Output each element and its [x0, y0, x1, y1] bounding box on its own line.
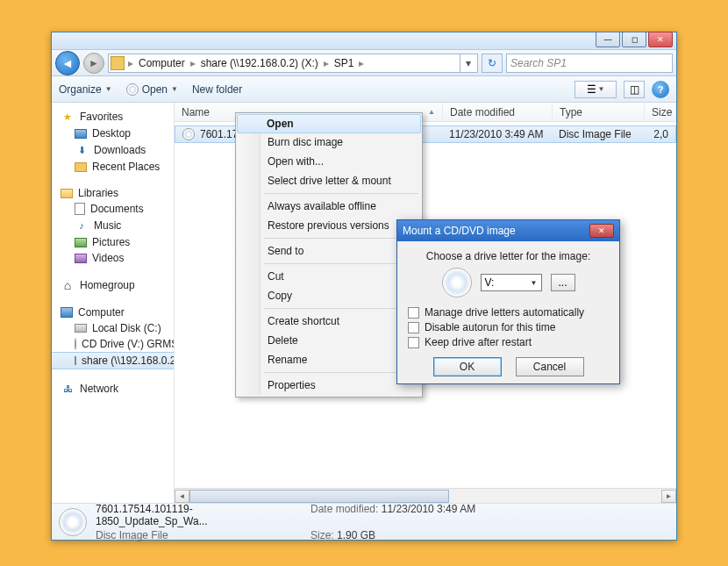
- column-size[interactable]: Size: [645, 103, 676, 121]
- disc-icon: [126, 83, 139, 96]
- browse-button[interactable]: ...: [551, 274, 575, 291]
- organize-menu[interactable]: Organize ▼: [59, 83, 112, 96]
- checkbox-disable-autorun[interactable]: Disable autorun for this time: [408, 321, 609, 333]
- help-button[interactable]: ?: [652, 81, 669, 98]
- new-folder-button[interactable]: New folder: [192, 83, 242, 96]
- disc-image-icon: [59, 508, 87, 536]
- star-icon: ★: [61, 110, 75, 124]
- checkbox-icon: [408, 307, 419, 319]
- breadcrumb-item[interactable]: SP1: [331, 54, 358, 72]
- details-pane: 7601.17514.101119-1850_Update_Sp_Wa... D…: [52, 503, 676, 540]
- drive-icon: [75, 324, 87, 333]
- computer-icon: [61, 307, 73, 318]
- sidebar-item-share[interactable]: share (\\192.168.0.2): [52, 352, 174, 369]
- favorites-header[interactable]: ★Favorites: [52, 108, 174, 125]
- context-menu-item[interactable]: Burn disc image: [238, 133, 420, 152]
- context-menu-separator: [264, 372, 418, 373]
- close-button[interactable]: ✕: [648, 32, 673, 47]
- column-date[interactable]: Date modified: [443, 103, 553, 121]
- context-menu-item[interactable]: Create shortcut: [238, 312, 420, 331]
- folder-icon: [111, 56, 125, 70]
- context-menu-separator: [264, 308, 418, 309]
- context-menu-item[interactable]: Delete: [238, 331, 420, 350]
- cancel-button[interactable]: Cancel: [516, 357, 584, 376]
- context-menu-item[interactable]: Open with...: [238, 152, 420, 171]
- sidebar-item-localdisk[interactable]: Local Disk (C:): [52, 320, 174, 336]
- file-size: 2,0: [644, 128, 675, 140]
- network-header[interactable]: 🖧Network: [52, 380, 174, 398]
- checkbox-icon: [408, 337, 419, 348]
- breadcrumb-item[interactable]: share (\\192.168.0.2) (X:): [197, 54, 322, 72]
- cd-icon: [442, 268, 472, 297]
- checkbox-manage-auto[interactable]: Manage drive letters automatically: [408, 306, 609, 319]
- context-menu: OpenBurn disc imageOpen with...Select dr…: [235, 112, 423, 398]
- downloads-icon: ⬇: [75, 143, 89, 157]
- pictures-icon: [75, 238, 87, 247]
- folder-icon: [75, 162, 87, 172]
- sidebar-item-music[interactable]: ♪Music: [52, 217, 174, 234]
- dialog-close-button[interactable]: ✕: [589, 224, 614, 238]
- details-filename: 7601.17514.101119-1850_Update_Sp_Wa...: [96, 503, 302, 527]
- sidebar-item-recent[interactable]: Recent Places: [52, 159, 174, 175]
- file-date: 11/23/2010 3:49 AM: [442, 128, 552, 140]
- sidebar-item-desktop[interactable]: Desktop: [52, 125, 174, 141]
- videos-icon: [75, 254, 87, 263]
- details-date: 11/23/2010 3:49 AM: [382, 503, 475, 515]
- window-titlebar[interactable]: — ◻ ✕: [52, 32, 676, 50]
- preview-pane-button[interactable]: ◫: [624, 81, 645, 98]
- drive-letter-select[interactable]: V:▼: [481, 274, 542, 291]
- computer-header[interactable]: Computer: [52, 304, 174, 320]
- homegroup-icon: ⌂: [61, 278, 75, 292]
- maximize-button[interactable]: ◻: [622, 32, 646, 47]
- network-icon: 🖧: [61, 382, 75, 396]
- sidebar-item-downloads[interactable]: ⬇Downloads: [52, 141, 174, 159]
- minimize-button[interactable]: —: [596, 32, 620, 47]
- scroll-thumb[interactable]: [189, 490, 449, 503]
- dialog-prompt: Choose a drive letter for the image:: [408, 250, 609, 262]
- checkbox-icon: [408, 322, 419, 333]
- context-menu-item[interactable]: Cut: [238, 267, 420, 286]
- mount-dialog: Mount a CD/DVD image ✕ Choose a drive le…: [396, 219, 620, 384]
- column-type[interactable]: Type: [553, 103, 645, 121]
- sidebar-item-videos[interactable]: Videos: [52, 250, 174, 266]
- sidebar-item-cddrive[interactable]: CD Drive (V:) GRMSP: [52, 336, 174, 352]
- context-menu-item[interactable]: Rename: [238, 350, 420, 369]
- context-menu-item[interactable]: Open: [237, 114, 421, 133]
- network-drive-icon: [75, 356, 76, 365]
- refresh-button[interactable]: ↻: [482, 54, 503, 73]
- nav-forward-button[interactable]: ►: [83, 53, 104, 74]
- details-type: Disc Image File: [96, 529, 302, 541]
- view-options-button[interactable]: ☰ ▼: [575, 81, 617, 98]
- context-menu-separator: [264, 193, 418, 194]
- scroll-left-button[interactable]: ◄: [175, 490, 189, 503]
- breadcrumb-dropdown[interactable]: ▾: [460, 54, 475, 73]
- context-menu-separator: [264, 263, 418, 264]
- breadcrumb-item[interactable]: Computer: [135, 54, 189, 72]
- document-icon: [75, 203, 85, 215]
- sort-asc-icon: ▲: [428, 108, 435, 116]
- context-menu-item[interactable]: Select drive letter & mount: [238, 171, 420, 190]
- ok-button[interactable]: OK: [433, 357, 502, 376]
- dialog-titlebar[interactable]: Mount a CD/DVD image ✕: [397, 220, 619, 241]
- open-menu[interactable]: Open ▼: [126, 83, 178, 96]
- context-menu-item[interactable]: Always available offline: [238, 197, 420, 216]
- scroll-right-button[interactable]: ►: [661, 490, 676, 503]
- sidebar-item-documents[interactable]: Documents: [52, 201, 174, 217]
- context-menu-item[interactable]: Send to▶: [238, 241, 420, 261]
- desktop-icon: [75, 129, 87, 139]
- toolbar: Organize ▼ Open ▼ New folder ☰ ▼ ◫ ?: [52, 76, 676, 103]
- breadcrumb[interactable]: ▸ Computer ▸ share (\\192.168.0.2) (X:) …: [108, 54, 478, 73]
- libraries-header[interactable]: Libraries: [52, 185, 174, 201]
- details-size: 1.90 GB: [337, 529, 375, 541]
- context-menu-item[interactable]: Restore previous versions: [238, 216, 420, 235]
- context-menu-item[interactable]: Properties: [238, 376, 420, 395]
- sidebar-item-pictures[interactable]: Pictures: [52, 234, 174, 250]
- checkbox-keep-drive[interactable]: Keep drive after restart: [408, 336, 609, 348]
- address-bar: ◄ ► ▸ Computer ▸ share (\\192.168.0.2) (…: [52, 50, 676, 76]
- nav-back-button[interactable]: ◄: [55, 51, 80, 75]
- cd-icon: [75, 338, 76, 350]
- homegroup-header[interactable]: ⌂Homegroup: [52, 276, 174, 294]
- search-input[interactable]: Search SP1: [506, 54, 673, 73]
- horizontal-scrollbar[interactable]: ◄ ►: [175, 488, 676, 503]
- context-menu-item[interactable]: Copy: [238, 286, 420, 305]
